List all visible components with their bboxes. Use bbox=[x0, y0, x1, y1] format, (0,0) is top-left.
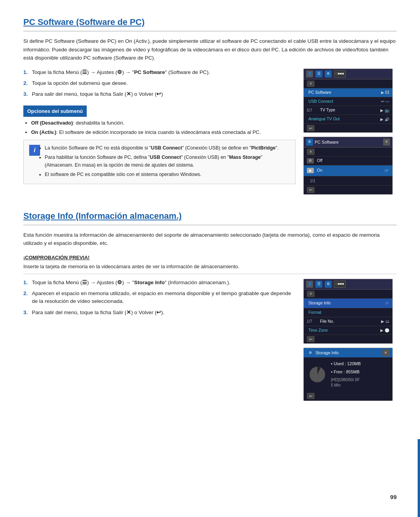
row-value: ▶ 🗂 bbox=[381, 318, 389, 324]
section1-title: PC Software (Software de PC) bbox=[23, 16, 397, 32]
free-label: • Free : 855MB bbox=[331, 369, 361, 375]
back-row: ↩ bbox=[304, 335, 392, 343]
step-item: 2. Aparecen el espacio en memoria utiliz… bbox=[23, 290, 296, 306]
touch-indicator: ☞ bbox=[384, 167, 389, 175]
analogue-tv-row[interactable]: Analogue TV Out ▶ 🔊 bbox=[304, 115, 392, 124]
storage-info-row[interactable]: Storage Info ☞ bbox=[304, 299, 392, 308]
menu-icon: ☰ bbox=[315, 281, 322, 288]
page-num: 5/7 bbox=[304, 107, 315, 114]
step-text: Para salir del menú, toque la ficha Sali… bbox=[32, 309, 296, 317]
on-row[interactable]: ▶ On ☞ bbox=[304, 165, 392, 176]
section1-panels: 👤 ☰ ⚙ □■■■ ∧ PC Software ▶ 🎞 bbox=[303, 69, 397, 199]
touch-indicator: ☞ bbox=[385, 300, 389, 307]
section2-panels: 👤 ☰ ⚙ □■■■ ∧ Storage Info ☞ bbox=[303, 279, 397, 401]
row-label: PC Software bbox=[307, 90, 381, 96]
on-label: On bbox=[315, 167, 383, 174]
settings-icon-sm: ⚙ bbox=[307, 349, 314, 356]
resolution-text: [HD]1080/50i SF bbox=[331, 378, 360, 382]
option-label: Off (Desactivado) bbox=[31, 120, 73, 126]
used-label: • Used : 120MB bbox=[331, 360, 361, 367]
back-icon[interactable]: ↩ bbox=[307, 393, 315, 399]
storage-text: • Used : 120MB • Free : 855MB [HD]1080/5… bbox=[331, 360, 361, 388]
back-icon[interactable]: ↩ bbox=[307, 336, 315, 342]
panel-header: 👤 ☰ ⚙ □■■■ bbox=[304, 69, 392, 79]
step-num: 2. bbox=[23, 290, 32, 306]
precheck: ¡COMPROBACIÓN PREVIA! Inserte la tarjeta… bbox=[23, 254, 397, 274]
panel-body: ∧ PC Software ▶ 🎞 USB Connect ↩ — 5/7 bbox=[304, 79, 392, 132]
nav-up-row: ∧ bbox=[304, 148, 392, 157]
back-icon[interactable]: ↩ bbox=[307, 125, 315, 131]
step-num: 3. bbox=[23, 90, 32, 98]
step-text: Toque la ficha Menú (☰) → Ajustes (⚙) → … bbox=[32, 69, 296, 76]
submenu-option: On (Activ.): El software de edición inco… bbox=[31, 128, 296, 136]
step-num: 2. bbox=[23, 79, 32, 87]
note-item: El software de PC es compatible sólo con… bbox=[45, 171, 290, 178]
file-no-row[interactable]: File No. ▶ 🗂 bbox=[315, 317, 392, 326]
nav-up-btn[interactable]: ∧ bbox=[307, 81, 315, 87]
nav-up-row: ∧ bbox=[304, 290, 392, 299]
nav-up-btn[interactable]: ∧ bbox=[307, 149, 315, 155]
off-label: Off bbox=[315, 158, 389, 164]
storage-panel-title: Storage Info bbox=[315, 350, 339, 356]
ui-panel-1: 👤 ☰ ⚙ □■■■ ∧ PC Software ▶ 🎞 bbox=[303, 69, 393, 133]
row-label: Time Zone bbox=[307, 327, 380, 334]
step-item: 3. Para salir del menú, toque la ficha S… bbox=[23, 309, 296, 317]
submenu-title: Opciones del submenú bbox=[23, 106, 87, 117]
section1-desc: Si define PC Software (Software de PC) e… bbox=[23, 37, 397, 62]
tv-type-row[interactable]: TV Type ▶ 📺 bbox=[315, 106, 392, 114]
close-icon[interactable]: ✕ bbox=[383, 139, 390, 146]
off-row[interactable]: ⊘ Off bbox=[304, 157, 392, 165]
page-num: 1/1 bbox=[307, 177, 318, 185]
resolution-label: [HD]1080/50i SF 5 Min bbox=[331, 377, 361, 388]
step-item: 2. Toque la opción del submenú que desee… bbox=[23, 79, 296, 87]
row-value: ▶ 🎞 bbox=[381, 90, 389, 95]
step-num: 3. bbox=[23, 309, 32, 317]
nav-up-row: ∧ bbox=[304, 79, 392, 88]
page-num: 1/7 bbox=[304, 318, 315, 325]
back-icon[interactable]: ↩ bbox=[307, 187, 315, 193]
precheck-title: ¡COMPROBACIÓN PREVIA! bbox=[23, 254, 397, 262]
step-text: Toque la opción del submenú que desee. bbox=[32, 79, 296, 87]
step-item: 1. Toque la ficha Menú (☰) → Ajustes (⚙)… bbox=[23, 69, 296, 76]
menu-icon: ☰ bbox=[315, 70, 322, 77]
step-text: Toque la ficha Menú (☰) → Ajustes (⚙) → … bbox=[32, 279, 296, 287]
submenu-option: Off (Desactivado): deshabilita la funció… bbox=[31, 119, 296, 127]
section1-steps-area: 1. Toque la ficha Menú (☰) → Ajustes (⚙)… bbox=[23, 69, 296, 199]
note-list: La función Software de PC no está dispon… bbox=[45, 144, 290, 178]
close-icon[interactable]: ✕ bbox=[382, 349, 389, 356]
row-label: USB Connect bbox=[307, 98, 381, 105]
row-label: TV Type bbox=[318, 107, 380, 113]
note-box: i La función Software de PC no está disp… bbox=[23, 140, 296, 184]
storage-body: • Used : 120MB • Free : 855MB [HD]1080/5… bbox=[304, 357, 392, 391]
settings-icon: ⚙ bbox=[325, 70, 332, 77]
person-icon: 👤 bbox=[306, 281, 313, 288]
time-zone-row[interactable]: Time Zone ▶ 🕐 bbox=[304, 326, 392, 335]
option-label: On (Activ.) bbox=[31, 129, 56, 135]
storage-header: ⚙ Storage Info ✕ bbox=[304, 348, 392, 357]
section2-desc: Esta función muestra la información de a… bbox=[23, 231, 397, 248]
usb-connect-row[interactable]: USB Connect ↩ — bbox=[304, 97, 392, 106]
section2: Storage Info (Información almacenam.) Es… bbox=[23, 209, 397, 401]
panel2-body: ∧ ⊘ Off ▶ On ☞ 1 bbox=[304, 148, 392, 194]
step-num: 1. bbox=[23, 279, 32, 287]
note-item: Para habilitar la función Software de PC… bbox=[45, 153, 290, 169]
row-value: ▶ 🔊 bbox=[380, 116, 389, 122]
section1: PC Software (Software de PC) Si define P… bbox=[23, 16, 397, 199]
pc-software-row[interactable]: PC Software ▶ 🎞 bbox=[304, 88, 392, 97]
section1-steps-list: 1. Toque la ficha Menú (☰) → Ajustes (⚙)… bbox=[23, 69, 296, 98]
row-value: ↩ — bbox=[381, 98, 389, 104]
settings-icon: ⚙ bbox=[325, 281, 332, 288]
panel-body: ∧ Storage Info ☞ Format 1/7 bbox=[304, 290, 392, 344]
row-label: Storage Info bbox=[307, 300, 385, 306]
row-label: Analogue TV Out bbox=[307, 116, 380, 122]
settings-icon-sm: ⚙ bbox=[306, 139, 313, 146]
battery-icon: □■■■ bbox=[334, 70, 346, 77]
panel2-title: PC Software bbox=[315, 139, 339, 146]
page-number: 99 bbox=[390, 493, 397, 502]
battery-icon: □■■■ bbox=[334, 281, 346, 288]
nav-up-btn[interactable]: ∧ bbox=[307, 291, 315, 297]
storage-panel-1: 👤 ☰ ⚙ □■■■ ∧ Storage Info ☞ bbox=[303, 279, 393, 344]
format-row[interactable]: Format bbox=[304, 308, 392, 317]
section2-steps-list: 1. Toque la ficha Menú (☰) → Ajustes (⚙)… bbox=[23, 279, 296, 317]
row-label: File No. bbox=[318, 318, 381, 325]
